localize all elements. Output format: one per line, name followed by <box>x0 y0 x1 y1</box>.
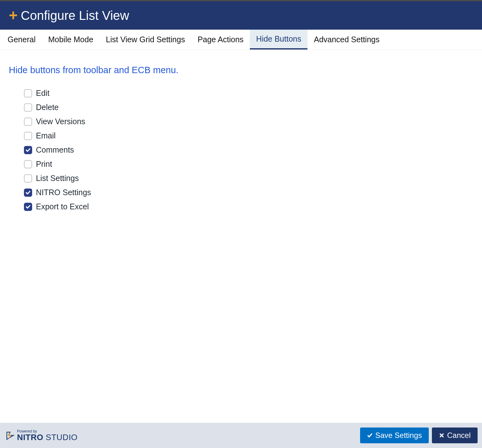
option-row-list-settings: List Settings <box>24 174 473 183</box>
option-label: List Settings <box>36 174 79 183</box>
option-label: NITRO Settings <box>36 188 91 197</box>
option-row-print: Print <box>24 160 473 169</box>
checkbox-view-versions[interactable] <box>24 118 32 126</box>
tab-label: Page Actions <box>198 35 244 44</box>
checkbox-print[interactable] <box>24 160 32 168</box>
option-label: Delete <box>36 103 59 112</box>
tab-general[interactable]: General <box>1 30 42 49</box>
tab-label: List View Grid Settings <box>106 35 185 44</box>
option-label: View Versions <box>36 117 85 126</box>
checkmark-icon <box>25 204 31 210</box>
option-row-nitro-settings: NITRO Settings <box>24 188 473 197</box>
option-label: Email <box>36 131 56 140</box>
cancel-button[interactable]: Cancel <box>432 428 478 443</box>
tab-mobile-mode[interactable]: Mobile Mode <box>42 30 100 49</box>
checkbox-email[interactable] <box>24 132 32 140</box>
option-label: Export to Excel <box>36 202 89 211</box>
brand-logo: Powered by NITRO STUDIO <box>6 429 77 441</box>
tab-hide-buttons[interactable]: Hide Buttons <box>250 30 307 49</box>
option-row-export-to-excel: Export to Excel <box>24 202 473 211</box>
checkbox-comments[interactable] <box>24 146 32 154</box>
cancel-button-label: Cancel <box>447 431 471 440</box>
section-heading: Hide buttons from toolbar and ECB menu. <box>9 65 473 75</box>
checkmark-icon <box>25 147 31 153</box>
option-row-delete: Delete <box>24 103 473 112</box>
option-row-comments: Comments <box>24 145 473 154</box>
save-settings-button[interactable]: Save Settings <box>360 428 429 443</box>
tab-list-view-grid-settings[interactable]: List View Grid Settings <box>100 30 191 49</box>
tab-label: Advanced Settings <box>314 35 379 44</box>
tab-advanced-settings[interactable]: Advanced Settings <box>307 30 386 49</box>
page-title: Configure List View <box>21 9 129 23</box>
hide-buttons-checklist: EditDeleteView VersionsEmailCommentsPrin… <box>9 89 473 211</box>
tab-label: Hide Buttons <box>256 34 301 44</box>
checkbox-delete[interactable] <box>24 103 32 112</box>
brand-name: NITRO STUDIO <box>17 433 77 441</box>
checkbox-list-settings[interactable] <box>24 174 32 183</box>
tab-label: Mobile Mode <box>48 35 93 44</box>
tab-page-actions[interactable]: Page Actions <box>191 30 250 49</box>
nitro-logo-icon <box>6 431 14 440</box>
tab-label: General <box>8 35 36 44</box>
plus-icon: + <box>9 8 18 23</box>
checkbox-nitro-settings[interactable] <box>24 189 32 197</box>
save-button-label: Save Settings <box>375 431 422 440</box>
checkbox-edit[interactable] <box>24 89 32 97</box>
tab-strip: GeneralMobile ModeList View Grid Setting… <box>0 30 482 50</box>
content-area: Hide buttons from toolbar and ECB menu. … <box>0 50 482 423</box>
option-label: Print <box>36 160 52 169</box>
check-icon <box>367 433 373 438</box>
header-bar: + Configure List View <box>0 0 482 30</box>
option-row-edit: Edit <box>24 89 473 98</box>
option-row-email: Email <box>24 131 473 140</box>
option-row-view-versions: View Versions <box>24 117 473 126</box>
footer-bar: Powered by NITRO STUDIO Save Settings Ca… <box>0 423 482 448</box>
option-label: Edit <box>36 89 49 98</box>
option-label: Comments <box>36 145 74 154</box>
footer-actions: Save Settings Cancel <box>360 428 478 443</box>
checkbox-export-to-excel[interactable] <box>24 203 32 211</box>
close-icon <box>439 433 445 438</box>
checkmark-icon <box>25 190 31 195</box>
